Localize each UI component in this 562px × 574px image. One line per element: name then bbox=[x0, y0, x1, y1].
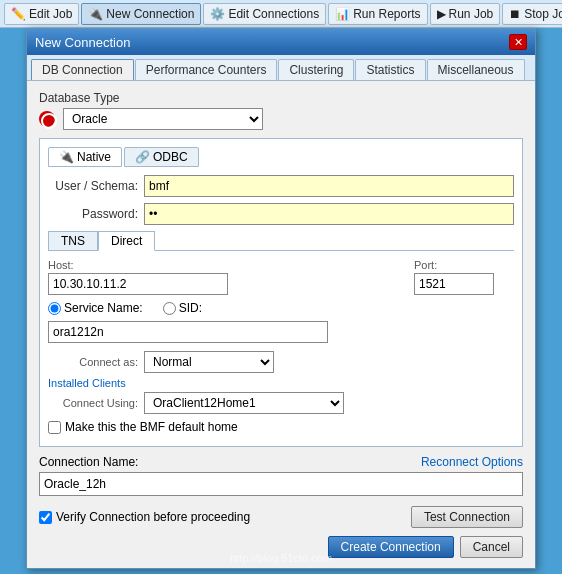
connection-name-section: Connection Name: Reconnect Options bbox=[39, 455, 523, 496]
db-type-select[interactable]: Oracle SQL Server MySQL PostgreSQL bbox=[63, 108, 263, 130]
edit-connections-label: Edit Connections bbox=[228, 7, 319, 21]
edit-connections-icon: ⚙️ bbox=[210, 7, 225, 21]
port-input[interactable] bbox=[414, 273, 494, 295]
run-job-label: Run Job bbox=[449, 7, 494, 21]
sid-label: SID: bbox=[179, 301, 202, 315]
user-schema-label: User / Schema: bbox=[48, 179, 138, 193]
tab-native[interactable]: 🔌 Native bbox=[48, 147, 122, 167]
user-schema-input[interactable] bbox=[144, 175, 514, 197]
taskbar: ✏️ Edit Job 🔌 New Connection ⚙️ Edit Con… bbox=[0, 0, 562, 28]
stop-job-label: Stop Job bbox=[524, 7, 562, 21]
service-name-value-row bbox=[48, 321, 514, 343]
host-section: Host: bbox=[48, 259, 404, 295]
modal-body: Database Type Oracle SQL Server MySQL Po… bbox=[27, 81, 535, 568]
make-default-label: Make this the BMF default home bbox=[65, 420, 238, 434]
db-type-row: Oracle SQL Server MySQL PostgreSQL bbox=[39, 108, 523, 130]
port-section: Port: bbox=[414, 259, 514, 295]
service-name-label: Service Name: bbox=[64, 301, 143, 315]
modal-titlebar: New Connection ✕ bbox=[27, 29, 535, 55]
connect-using-select[interactable]: OraClient12Home1 OraClient11Home1 bbox=[144, 392, 344, 414]
service-sid-row: Service Name: SID: bbox=[48, 301, 514, 315]
connect-as-select[interactable]: Normal SYSDBA SYSOPER bbox=[144, 351, 274, 373]
native-icon: 🔌 bbox=[59, 150, 74, 164]
service-name-radio[interactable] bbox=[48, 302, 61, 315]
tab-miscellaneous[interactable]: Miscellaneous bbox=[427, 59, 525, 80]
reconnect-options-link[interactable]: Reconnect Options bbox=[421, 455, 523, 469]
new-connection-icon: 🔌 bbox=[88, 7, 103, 21]
tab-odbc[interactable]: 🔗 ODBC bbox=[124, 147, 199, 167]
host-port-row: Host: Port: bbox=[48, 259, 514, 295]
tns-direct-tabs: TNS Direct bbox=[48, 231, 514, 251]
native-odbc-tabs: 🔌 Native 🔗 ODBC bbox=[48, 147, 514, 167]
installed-clients-label: Installed Clients bbox=[48, 377, 514, 389]
stop-job-icon: ⏹ bbox=[509, 7, 521, 21]
password-row: Password: bbox=[48, 203, 514, 225]
password-input[interactable] bbox=[144, 203, 514, 225]
modal-tabs: DB Connection Performance Counters Clust… bbox=[27, 55, 535, 81]
tab-statistics[interactable]: Statistics bbox=[355, 59, 425, 80]
connection-name-input[interactable] bbox=[39, 472, 523, 496]
sid-radio[interactable] bbox=[163, 302, 176, 315]
test-connection-button[interactable]: Test Connection bbox=[411, 506, 523, 528]
new-connection-button[interactable]: 🔌 New Connection bbox=[81, 3, 201, 25]
user-schema-row: User / Schema: bbox=[48, 175, 514, 197]
connection-type-box: 🔌 Native 🔗 ODBC User / Schema: Password: bbox=[39, 138, 523, 447]
new-connection-modal: New Connection ✕ DB Connection Performan… bbox=[26, 28, 536, 569]
tab-clustering[interactable]: Clustering bbox=[278, 59, 354, 80]
tab-db-connection[interactable]: DB Connection bbox=[31, 59, 134, 80]
edit-job-label: Edit Job bbox=[29, 7, 72, 21]
new-connection-label: New Connection bbox=[106, 7, 194, 21]
connect-using-row: Connect Using: OraClient12Home1 OraClien… bbox=[48, 392, 514, 414]
modal-title: New Connection bbox=[35, 35, 130, 50]
verify-row: Verify Connection before proceeding bbox=[39, 510, 250, 524]
run-reports-label: Run Reports bbox=[353, 7, 420, 21]
db-type-section: Database Type Oracle SQL Server MySQL Po… bbox=[39, 91, 523, 130]
connect-as-row: Connect as: Normal SYSDBA SYSOPER bbox=[48, 351, 514, 373]
tab-direct[interactable]: Direct bbox=[98, 231, 155, 251]
action-buttons-row: Create Connection Cancel bbox=[39, 536, 523, 558]
create-connection-button[interactable]: Create Connection bbox=[328, 536, 454, 558]
modal-overlay: New Connection ✕ DB Connection Performan… bbox=[0, 28, 562, 574]
host-label: Host: bbox=[48, 259, 404, 271]
edit-connections-button[interactable]: ⚙️ Edit Connections bbox=[203, 3, 326, 25]
verify-checkbox[interactable] bbox=[39, 511, 52, 524]
sid-radio-group: SID: bbox=[163, 301, 202, 315]
connect-as-label: Connect as: bbox=[48, 356, 138, 368]
run-job-button[interactable]: ▶ Run Job bbox=[430, 3, 501, 25]
stop-job-button[interactable]: ⏹ Stop Job bbox=[502, 3, 562, 25]
password-label: Password: bbox=[48, 207, 138, 221]
odbc-icon: 🔗 bbox=[135, 150, 150, 164]
db-type-label: Database Type bbox=[39, 91, 523, 105]
run-job-icon: ▶ bbox=[437, 7, 446, 21]
connection-name-label: Connection Name: bbox=[39, 455, 138, 469]
modal-close-button[interactable]: ✕ bbox=[509, 34, 527, 50]
cancel-button[interactable]: Cancel bbox=[460, 536, 523, 558]
run-reports-button[interactable]: 📊 Run Reports bbox=[328, 3, 427, 25]
host-input[interactable] bbox=[48, 273, 228, 295]
connection-name-header: Connection Name: Reconnect Options bbox=[39, 455, 523, 469]
service-name-input[interactable] bbox=[48, 321, 328, 343]
oracle-icon bbox=[39, 111, 55, 127]
run-reports-icon: 📊 bbox=[335, 7, 350, 21]
bottom-row: Verify Connection before proceeding Test… bbox=[39, 506, 523, 528]
tab-tns[interactable]: TNS bbox=[48, 231, 98, 251]
verify-label: Verify Connection before proceeding bbox=[56, 510, 250, 524]
port-label: Port: bbox=[414, 259, 514, 271]
connect-using-label: Connect Using: bbox=[48, 397, 138, 409]
edit-job-button[interactable]: ✏️ Edit Job bbox=[4, 3, 79, 25]
make-default-row: Make this the BMF default home bbox=[48, 420, 514, 434]
service-name-radio-group: Service Name: bbox=[48, 301, 143, 315]
tab-performance-counters[interactable]: Performance Counters bbox=[135, 59, 278, 80]
edit-job-icon: ✏️ bbox=[11, 7, 26, 21]
make-default-checkbox[interactable] bbox=[48, 421, 61, 434]
